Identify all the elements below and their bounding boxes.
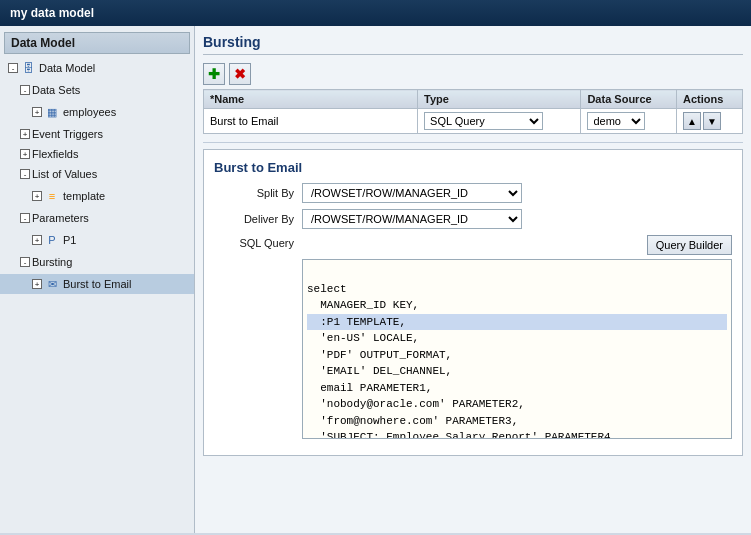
tree-item-p1[interactable]: + P P1	[0, 228, 194, 252]
expand-icon-list-of-values[interactable]: -	[20, 169, 30, 179]
sql-area-container: Query Builder select MANAGER_ID KEY, :P1…	[302, 235, 732, 439]
move-down-button[interactable]: ▼	[703, 112, 721, 130]
tree-item-parameters[interactable]: - Parameters	[0, 208, 194, 228]
col-header-type: Type	[418, 90, 581, 109]
split-by-select[interactable]: /ROWSET/ROW/MANAGER_ID /ROWSET/ROW/DEPT_…	[302, 183, 522, 203]
sql-line-rest: 'en-US' LOCALE, 'PDF' OUTPUT_FORMAT, 'EM…	[307, 332, 696, 439]
bursting-section: Bursting ✚ ✖ *Name Type Data Source Acti…	[203, 34, 743, 134]
split-by-row: Split By /ROWSET/ROW/MANAGER_ID /ROWSET/…	[214, 183, 732, 203]
label-template: template	[63, 190, 105, 202]
tree-item-bursting[interactable]: - Bursting	[0, 252, 194, 272]
query-builder-button[interactable]: Query Builder	[647, 235, 732, 255]
label-employees: employees	[63, 106, 116, 118]
deliver-by-row: Deliver By /ROWSET/ROW/MANAGER_ID /ROWSE…	[214, 209, 732, 229]
label-data-model: Data Model	[39, 62, 95, 74]
detail-title: Burst to Email	[214, 160, 732, 175]
label-burst-to-email: Burst to Email	[63, 278, 131, 290]
sql-textarea-display[interactable]: select MANAGER_ID KEY, :P1 TEMPLATE, 'en…	[302, 259, 732, 439]
cell-type: SQL Query Oracle BI Publisher	[418, 109, 581, 134]
expand-icon-template[interactable]: +	[32, 191, 42, 201]
name-input[interactable]	[210, 115, 370, 127]
tree-item-burst-to-email[interactable]: + ✉ Burst to Email	[0, 272, 194, 296]
expand-icon-parameters[interactable]: -	[20, 213, 30, 223]
label-event-triggers: Event Triggers	[32, 128, 103, 140]
expand-icon-employees[interactable]: +	[32, 107, 42, 117]
section-divider	[203, 142, 743, 143]
split-by-label: Split By	[214, 187, 294, 199]
tree-item-data-sets[interactable]: - Data Sets	[0, 80, 194, 100]
sql-query-row: SQL Query Query Builder select MANAGER_I…	[214, 235, 732, 439]
title-bar: my data model	[0, 0, 751, 26]
db-icon: 🗄	[20, 60, 36, 76]
label-bursting: Bursting	[32, 256, 72, 268]
datasource-select[interactable]: demo default	[587, 112, 645, 130]
sidebar: Data Model - 🗄 Data Model - Data Sets + …	[0, 26, 195, 533]
cell-actions: ▲ ▼	[676, 109, 742, 134]
content-area: Bursting ✚ ✖ *Name Type Data Source Acti…	[195, 26, 751, 533]
param-icon-p1: P	[44, 232, 60, 248]
move-up-button[interactable]: ▲	[683, 112, 701, 130]
sql-line-highlight: :P1 TEMPLATE,	[307, 314, 727, 331]
add-icon: ✚	[208, 66, 220, 82]
deliver-by-select[interactable]: /ROWSET/ROW/MANAGER_ID /ROWSET/ROW/DEPT_…	[302, 209, 522, 229]
cell-datasource: demo default	[581, 109, 677, 134]
bursting-section-title: Bursting	[203, 34, 743, 55]
expand-icon-p1[interactable]: +	[32, 235, 42, 245]
sql-query-label: SQL Query	[214, 235, 294, 249]
deliver-by-label: Deliver By	[214, 213, 294, 225]
label-data-sets: Data Sets	[32, 84, 80, 96]
detail-section: Burst to Email Split By /ROWSET/ROW/MANA…	[203, 149, 743, 456]
label-parameters: Parameters	[32, 212, 89, 224]
label-list-of-values: List of Values	[32, 168, 97, 180]
table-row: SQL Query Oracle BI Publisher demo defau…	[204, 109, 743, 134]
tree-item-flexfields[interactable]: + Flexfields	[0, 144, 194, 164]
type-select[interactable]: SQL Query Oracle BI Publisher	[424, 112, 543, 130]
remove-bursting-button[interactable]: ✖	[229, 63, 251, 85]
list-icon-template: ≡	[44, 188, 60, 204]
col-header-actions: Actions	[676, 90, 742, 109]
tree-item-employees[interactable]: + ▦ employees	[0, 100, 194, 124]
expand-icon-burst-to-email[interactable]: +	[32, 279, 42, 289]
cell-name	[204, 109, 418, 134]
expand-icon-event-triggers[interactable]: +	[20, 129, 30, 139]
col-header-datasource: Data Source	[581, 90, 677, 109]
tree-item-list-of-values[interactable]: - List of Values	[0, 164, 194, 184]
sidebar-header-label: Data Model	[11, 36, 75, 50]
bursting-toolbar: ✚ ✖	[203, 63, 743, 85]
col-header-name: *Name	[204, 90, 418, 109]
bursting-table: *Name Type Data Source Actions SQL Quer	[203, 89, 743, 134]
expand-icon-bursting[interactable]: -	[20, 257, 30, 267]
expand-icon-data-sets[interactable]: -	[20, 85, 30, 95]
expand-icon-data-model[interactable]: -	[8, 63, 18, 73]
expand-icon-flexfields[interactable]: +	[20, 149, 30, 159]
tree-item-data-model[interactable]: - 🗄 Data Model	[0, 56, 194, 80]
label-p1: P1	[63, 234, 76, 246]
tree-item-template[interactable]: + ≡ template	[0, 184, 194, 208]
actions-container: ▲ ▼	[683, 112, 736, 130]
remove-icon: ✖	[234, 66, 246, 82]
label-flexfields: Flexfields	[32, 148, 78, 160]
sidebar-header: Data Model	[4, 32, 190, 54]
sql-line-select: select MANAGER_ID KEY,	[307, 283, 419, 312]
add-bursting-button[interactable]: ✚	[203, 63, 225, 85]
tree-item-event-triggers[interactable]: + Event Triggers	[0, 124, 194, 144]
title-text: my data model	[10, 6, 94, 20]
table-icon-employees: ▦	[44, 104, 60, 120]
burst-icon: ✉	[44, 276, 60, 292]
